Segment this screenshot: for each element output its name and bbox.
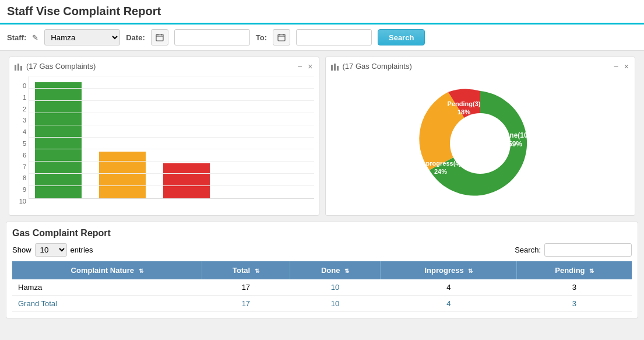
cell-total-0: 17 — [202, 279, 290, 296]
grid-line-10 — [29, 76, 314, 76]
table-header-row: Complaint Nature ⇅ Total ⇅ Done ⇅ Inprog… — [12, 261, 632, 279]
table-search-label: Search: — [515, 246, 541, 254]
entries-select[interactable]: 10 25 50 — [35, 243, 67, 257]
bar-chart-controls: − × — [296, 62, 314, 71]
bar-chart-area: 10 9 8 7 6 5 4 3 2 1 0 — [14, 76, 314, 211]
bars-container — [29, 76, 314, 199]
date-from-input[interactable] — [174, 29, 250, 45]
done-label: Done(10) — [500, 131, 530, 139]
cell-nature-0: Hamza — [12, 279, 202, 296]
date-calendar-button[interactable] — [151, 29, 168, 45]
complaints-table: Complaint Nature ⇅ Total ⇅ Done ⇅ Inprog… — [12, 261, 632, 312]
bar-chart-minimize-button[interactable]: − — [296, 62, 303, 71]
svg-rect-0 — [156, 34, 163, 41]
table-row: Hamza 17 10 4 3 — [12, 279, 632, 296]
calendar-icon — [156, 33, 164, 41]
donut-chart-header: (17 Gas Complaints) − × — [330, 62, 631, 73]
cell-total-total: 17 — [202, 296, 290, 312]
svg-rect-4 — [278, 34, 285, 41]
donut-chart-icon — [330, 62, 340, 71]
cell-done-0: 10 — [290, 279, 381, 296]
col-done: Done ⇅ — [290, 261, 381, 279]
bar-inprogress — [99, 152, 146, 198]
cell-pending-total: 3 — [517, 296, 632, 312]
inprogress-label: Inprogress(4) — [420, 160, 462, 167]
bar-chart-icon — [14, 62, 23, 71]
col-pending: Pending ⇅ — [517, 261, 632, 279]
donut-chart-minimize-button[interactable]: − — [613, 62, 620, 71]
cell-nature-total: Grand Total — [12, 296, 202, 312]
page-title: Staff Vise Complaint Report — [7, 5, 637, 18]
to-calendar-button[interactable] — [273, 29, 290, 45]
sort-inprogress-icon[interactable]: ⇅ — [468, 268, 473, 274]
show-entries: Show 10 25 50 entries — [12, 243, 93, 257]
donut-chart-close-button[interactable]: × — [623, 62, 630, 71]
date-to-input[interactable] — [296, 29, 372, 45]
svg-rect-13 — [337, 66, 339, 71]
donut-chart-title: (17 Gas Complaints) — [330, 62, 412, 71]
cell-inprogress-total: 4 — [381, 296, 517, 312]
bar-chart-panel: (17 Gas Complaints) − × 10 9 8 7 6 5 4 3… — [9, 57, 319, 216]
cell-done-total: 10 — [290, 296, 381, 312]
table-controls: Show 10 25 50 entries Search: — [12, 243, 632, 257]
calendar-to-icon — [277, 33, 286, 41]
col-total: Total ⇅ — [202, 261, 290, 279]
bar-pending — [163, 163, 210, 198]
to-label: To: — [256, 33, 267, 42]
y-axis: 10 9 8 7 6 5 4 3 2 1 0 — [14, 82, 29, 205]
table-row-total: Grand Total 17 10 4 3 — [12, 296, 632, 312]
inprogress-pct: 24% — [434, 168, 447, 175]
donut-container: Done(10) 59% Inprogress(4) 24% Pending(3… — [330, 76, 631, 211]
svg-rect-11 — [331, 65, 333, 71]
entries-label: entries — [71, 246, 93, 254]
svg-rect-9 — [17, 64, 19, 71]
col-inprogress: Inprogress ⇅ — [381, 261, 517, 279]
charts-row: (17 Gas Complaints) − × 10 9 8 7 6 5 4 3… — [0, 51, 644, 222]
svg-rect-12 — [334, 64, 336, 71]
staff-edit-icon[interactable]: ✎ — [32, 33, 38, 42]
staff-label: Staff: — [7, 33, 26, 42]
table-search-control: Search: — [515, 243, 632, 257]
staff-select[interactable]: Hamza — [44, 29, 120, 45]
search-button[interactable]: Search — [378, 29, 425, 45]
cell-pending-0: 3 — [517, 279, 632, 296]
svg-rect-8 — [15, 65, 16, 71]
table-title: Gas Complaint Report — [12, 228, 632, 239]
bar-done — [35, 82, 82, 198]
sort-done-icon[interactable]: ⇅ — [344, 268, 349, 274]
pending-label: Pending(3) — [447, 100, 480, 107]
donut-svg: Done(10) 59% Inprogress(4) 24% Pending(3… — [393, 79, 568, 208]
svg-rect-10 — [20, 66, 22, 71]
show-label: Show — [12, 246, 31, 254]
donut-chart-panel: (17 Gas Complaints) − × — [325, 57, 636, 216]
sort-nature-icon[interactable]: ⇅ — [139, 268, 143, 274]
sort-pending-icon[interactable]: ⇅ — [589, 268, 594, 274]
pending-pct: 18% — [458, 108, 470, 115]
bar-chart-header: (17 Gas Complaints) − × — [14, 62, 314, 73]
bar-chart-title: (17 Gas Complaints) — [14, 62, 96, 71]
table-section: Gas Complaint Report Show 10 25 50 entri… — [6, 222, 638, 318]
donut-chart-controls: − × — [613, 62, 630, 71]
table-search-input[interactable] — [544, 243, 632, 257]
sort-total-icon[interactable]: ⇅ — [255, 268, 259, 274]
cell-inprogress-0: 4 — [381, 279, 517, 296]
bar-chart-close-button[interactable]: × — [307, 62, 314, 71]
done-pct: 59% — [508, 140, 522, 148]
col-complaint-nature: Complaint Nature ⇅ — [12, 261, 202, 279]
date-label: Date: — [126, 33, 145, 42]
toolbar: Staff: ✎ Hamza Date: To: Search — [0, 24, 644, 51]
page-header: Staff Vise Complaint Report — [0, 0, 644, 24]
